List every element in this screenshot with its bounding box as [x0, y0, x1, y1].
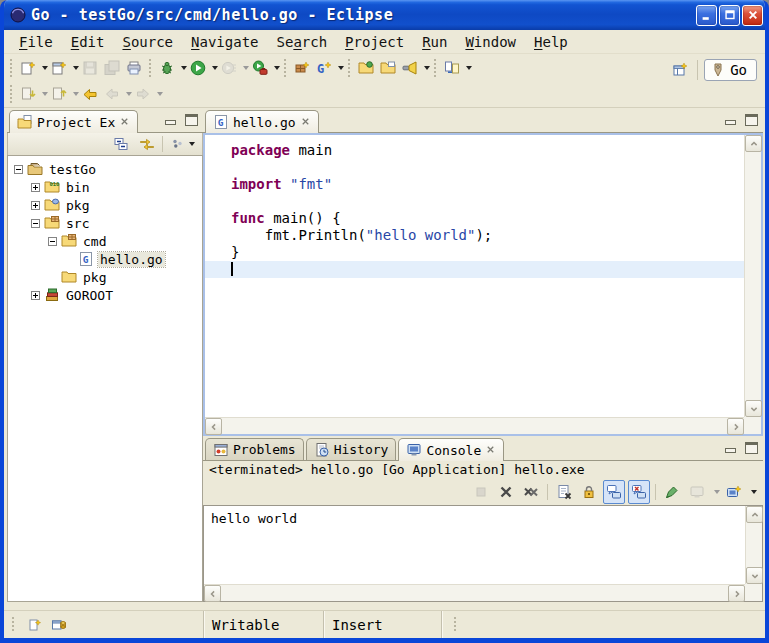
save-button[interactable]: [79, 56, 101, 80]
close-icon[interactable]: [485, 443, 496, 458]
tree-item-pkg[interactable]: pkg: [8, 268, 202, 286]
console-body[interactable]: hello world: [203, 505, 763, 602]
previous-annotation-button[interactable]: [48, 82, 70, 106]
clear-console-button[interactable]: [553, 480, 575, 504]
link-with-editor-button[interactable]: [136, 132, 158, 156]
menu-item-project[interactable]: Project: [336, 32, 413, 52]
expand-icon[interactable]: [31, 291, 40, 300]
minimize-console-button[interactable]: [723, 442, 738, 454]
back-button[interactable]: [101, 82, 123, 106]
chevron-down-icon[interactable]: [274, 66, 280, 70]
editor-body[interactable]: package mainimport "fmt"func main() { fm…: [203, 133, 763, 436]
tab-hello-go[interactable]: G hello.go: [205, 110, 319, 133]
menu-item-search[interactable]: Search: [268, 32, 337, 52]
open-resource-button[interactable]: [377, 56, 399, 80]
toolbar-grip[interactable]: [9, 85, 14, 103]
title-bar[interactable]: Go - testGo/src/cmd/hello.go - Eclipse: [0, 0, 769, 30]
open-console-button[interactable]: [723, 480, 745, 504]
open-type-button[interactable]: [355, 56, 377, 80]
close-button[interactable]: [742, 5, 763, 26]
scroll-right-button[interactable]: [728, 585, 745, 602]
scroll-left-button[interactable]: [205, 418, 222, 435]
scroll-left-button[interactable]: [204, 585, 221, 602]
new-package-button[interactable]: [291, 56, 313, 80]
menu-item-window[interactable]: Window: [456, 32, 525, 52]
scroll-up-button[interactable]: [746, 506, 763, 523]
menu-item-run[interactable]: Run: [413, 32, 456, 52]
tree-item-pkg[interactable]: pkg: [8, 196, 202, 214]
toolbar-grip[interactable]: [433, 59, 438, 77]
minimize-button[interactable]: [696, 5, 717, 26]
new-go-element-button[interactable]: G: [313, 56, 335, 80]
toolbar-grip[interactable]: [283, 59, 288, 77]
run-last-button[interactable]: [218, 56, 240, 80]
scroll-down-button[interactable]: [746, 567, 763, 584]
menu-item-file[interactable]: File: [10, 32, 62, 52]
toolbar-grip[interactable]: [148, 59, 153, 77]
show-view-icon[interactable]: [51, 617, 67, 633]
tree-item-bin[interactable]: 010bin: [8, 178, 202, 196]
new-wizard-button[interactable]: [17, 56, 39, 80]
remove-all-terminated-button[interactable]: [520, 480, 542, 504]
scroll-lock-button[interactable]: [578, 480, 600, 504]
toolbar-grip[interactable]: [347, 59, 352, 77]
tab-history[interactable]: History: [306, 438, 397, 460]
display-selected-console-button[interactable]: [686, 480, 708, 504]
scroll-right-button[interactable]: [727, 418, 744, 435]
editor-vertical-scrollbar[interactable]: [744, 135, 761, 417]
next-annotation-button[interactable]: [17, 82, 39, 106]
maximize-view-button[interactable]: [184, 114, 199, 126]
close-icon[interactable]: [300, 115, 311, 130]
show-on-stderr-button[interactable]: [628, 480, 650, 504]
minimize-view-button[interactable]: [163, 114, 178, 126]
menu-item-navigate[interactable]: Navigate: [182, 32, 267, 52]
toolbar-grip[interactable]: [11, 617, 16, 633]
collapse-icon[interactable]: [31, 219, 40, 228]
tree-item-goroot[interactable]: GOROOT: [8, 286, 202, 304]
menu-item-help[interactable]: Help: [525, 32, 577, 52]
menu-item-edit[interactable]: Edit: [62, 32, 114, 52]
view-menu-button[interactable]: [167, 132, 198, 156]
tree-item-cmd[interactable]: cmd: [8, 232, 202, 250]
annotation-nav-button[interactable]: [441, 56, 463, 80]
maximize-console-button[interactable]: [744, 442, 759, 454]
tree-item-testgo[interactable]: testGo: [8, 160, 202, 178]
tree-item-hello-go[interactable]: Ghello.go: [8, 250, 202, 268]
editor-horizontal-scrollbar[interactable]: [205, 417, 744, 434]
forward-button[interactable]: [132, 82, 154, 106]
code-area[interactable]: package mainimport "fmt"func main() { fm…: [205, 135, 744, 417]
minimize-editor-button[interactable]: [723, 114, 738, 126]
save-all-button[interactable]: [101, 56, 123, 80]
last-edit-location-button[interactable]: [79, 82, 101, 106]
tab-project-explorer[interactable]: Project Ex: [9, 110, 138, 133]
new-project-button[interactable]: [48, 56, 70, 80]
chevron-down-icon[interactable]: [157, 92, 163, 96]
external-tools-button[interactable]: [249, 56, 271, 80]
tree-item-src[interactable]: src: [8, 214, 202, 232]
maximize-editor-button[interactable]: [744, 114, 759, 126]
collapse-icon[interactable]: [14, 165, 23, 174]
close-icon[interactable]: [119, 115, 130, 130]
open-perspective-button[interactable]: [669, 58, 691, 82]
console-horizontal-scrollbar[interactable]: [204, 584, 745, 601]
collapse-all-button[interactable]: [110, 132, 132, 156]
tab-problems[interactable]: Problems: [205, 438, 304, 460]
print-button[interactable]: [123, 56, 145, 80]
expand-icon[interactable]: [31, 183, 40, 192]
chevron-down-icon[interactable]: [714, 490, 720, 494]
collapse-icon[interactable]: [48, 237, 57, 246]
chevron-down-icon[interactable]: [466, 66, 472, 70]
go-perspective-button[interactable]: Go: [704, 59, 757, 81]
search-button[interactable]: [399, 56, 421, 80]
scroll-up-button[interactable]: [745, 135, 762, 152]
chevron-down-icon[interactable]: [338, 66, 344, 70]
toolbar-grip[interactable]: [453, 617, 458, 633]
pin-console-button[interactable]: [661, 480, 683, 504]
remove-launch-button[interactable]: [495, 480, 517, 504]
fast-view-icon[interactable]: [27, 617, 43, 633]
maximize-button[interactable]: [719, 5, 740, 26]
expand-icon[interactable]: [31, 201, 40, 210]
tab-console[interactable]: Console: [398, 438, 504, 461]
scroll-down-button[interactable]: [745, 400, 762, 417]
console-vertical-scrollbar[interactable]: [745, 506, 762, 584]
